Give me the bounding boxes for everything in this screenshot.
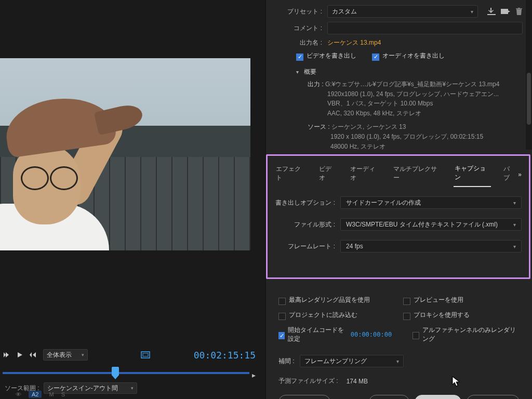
use-proxy-checkbox[interactable]: プロキシを使用する — [403, 311, 507, 320]
filesize-label: 予測ファイルサイズ : — [278, 377, 338, 385]
start-timecode-value[interactable]: 00:00:00:00 — [351, 331, 392, 338]
chevron-down-icon: ▾ — [296, 69, 299, 75]
use-preview-checkbox[interactable]: プレビューを使用 — [403, 296, 507, 304]
export-option-label: 書き出しオプション : — [275, 198, 335, 207]
summary-output-audio: AAC, 320 Kbps, 48 kHz, ステレオ — [308, 109, 523, 118]
video-preview — [0, 58, 250, 250]
file-format-value: W3C/SMPTE/EBU タイム付きテキストファイル (.xml) — [346, 220, 498, 229]
step-back-icon[interactable] — [3, 351, 10, 358]
comment-label: コメント : — [275, 24, 322, 33]
chevron-down-icon: ▾ — [131, 385, 134, 391]
chevron-down-icon: ▾ — [82, 352, 84, 357]
preview-timecode: 00:02:15:15 — [194, 350, 260, 361]
source-label: ソース : — [308, 123, 330, 130]
fit-label: 全体表示 — [47, 351, 72, 360]
tab-video[interactable]: ビデオ — [318, 163, 338, 187]
summary-source-res: 1920 x 1080 (1.0), 24 fps, プログレッシブ, 00:0… — [308, 132, 523, 142]
delete-preset-icon[interactable] — [515, 8, 523, 15]
save-preset-icon[interactable] — [501, 8, 510, 15]
chevron-down-icon: ▾ — [513, 222, 516, 228]
summary-output-path: G:¥ウェブサ…ル¥ブログ記事¥s_補足動画¥シーケンス 13.mp4 — [325, 81, 499, 88]
step-fwd-icon[interactable] — [30, 351, 37, 358]
timeline[interactable]: ▸ — [3, 366, 260, 377]
export-video-checkbox[interactable]: ビデオを書き出し — [296, 51, 356, 60]
cancel-button[interactable]: キャンセル — [467, 395, 520, 399]
summary-output-res: 1920x1080 (1.0), 24 fps, プログレッシブ, ハードウェア… — [308, 89, 523, 99]
export-audio-checkbox[interactable]: オーディオを書き出し — [372, 51, 445, 60]
more-tabs-icon[interactable]: » — [518, 171, 522, 178]
summary-source-audio: 48000 Hz, ステレオ — [308, 142, 523, 152]
mute-icon[interactable]: M — [49, 391, 54, 397]
chevron-down-icon: ▾ — [471, 9, 473, 15]
comment-input[interactable] — [327, 22, 523, 34]
out-marker-icon[interactable]: ▸ — [252, 371, 256, 379]
export-option-select[interactable]: サイドカーファイルの作成 ▾ — [340, 196, 522, 209]
tab-caption[interactable]: キャプション — [454, 162, 491, 187]
start-timecode-checkbox[interactable]: 開始タイムコードを設定00:00:00:00 — [278, 326, 392, 343]
export-option-value: サイドカーファイルの作成 — [346, 198, 421, 207]
scrollbar[interactable] — [526, 0, 532, 150]
play-icon[interactable] — [16, 351, 23, 358]
output-label: 出力 : — [308, 81, 324, 88]
interp-label: 補間 : — [278, 357, 295, 366]
tab-effects[interactable]: エフェクト — [275, 163, 307, 187]
preset-value: カスタム — [332, 7, 357, 16]
playhead[interactable] — [112, 367, 119, 375]
chevron-down-icon: ▾ — [513, 200, 516, 206]
summary-toggle[interactable]: ▾概要 — [296, 64, 523, 79]
fit-dropdown[interactable]: 全体表示 ▾ — [43, 349, 88, 361]
solo-icon[interactable]: S — [61, 391, 65, 397]
tab-audio[interactable]: オーディオ — [349, 163, 381, 187]
eye-icon[interactable]: 👁 — [16, 391, 21, 397]
caption-section-highlight: エフェクト ビデオ オーディオ マルチプレクサー キャプション パブ» 書き出し… — [266, 154, 530, 279]
scroll-thumb[interactable] — [527, 73, 531, 125]
interp-value: フレームサンプリング — [304, 357, 367, 366]
preset-select[interactable]: カスタム ▾ — [327, 5, 478, 18]
filesize-value: 174 MB — [347, 378, 368, 385]
output-name-label: 出力名 : — [275, 38, 322, 47]
output-name-link[interactable]: シーケンス 13.mp4 — [327, 38, 381, 47]
preset-label: プリセット : — [275, 7, 322, 16]
summary-output-vbr: VBR、1 パス, ターゲット 10.00 Mbps — [308, 99, 523, 109]
tab-publish[interactable]: パブ — [502, 163, 516, 187]
svg-rect-1 — [143, 353, 148, 356]
summary-source-seq: シーケンス, シーケンス 13 — [331, 123, 406, 130]
file-format-select[interactable]: W3C/SMPTE/EBU タイム付きテキストファイル (.xml) ▾ — [340, 218, 522, 231]
framerate-select[interactable]: 24 fps ▾ — [340, 240, 522, 252]
tab-multiplexer[interactable]: マルチプレクサー — [392, 163, 442, 187]
chevron-down-icon: ▾ — [396, 358, 399, 364]
download-preset-icon[interactable] — [487, 8, 496, 15]
queue-button[interactable]: キュー — [369, 395, 409, 399]
svg-rect-2 — [501, 9, 508, 14]
max-render-checkbox[interactable]: 最高レンダリング品質を使用 — [278, 296, 382, 304]
framerate-value: 24 fps — [346, 243, 363, 250]
svg-rect-0 — [141, 352, 150, 358]
import-project-checkbox[interactable]: プロジェクトに読み込む — [278, 311, 382, 320]
file-format-label: ファイル形式 : — [275, 220, 335, 229]
aspect-icon[interactable] — [141, 351, 150, 358]
interp-select[interactable]: フレームサンプリング ▾ — [300, 355, 404, 367]
chevron-down-icon: ▾ — [513, 244, 516, 249]
export-button[interactable]: 書き出し — [415, 395, 461, 399]
alpha-only-checkbox[interactable]: アルファチャンネルのみレンダリング — [413, 326, 520, 343]
metadata-button[interactable]: メタデータ... — [278, 395, 330, 399]
framerate-label: フレームレート : — [275, 242, 335, 251]
audio-track-chip[interactable]: A2 — [29, 391, 42, 398]
